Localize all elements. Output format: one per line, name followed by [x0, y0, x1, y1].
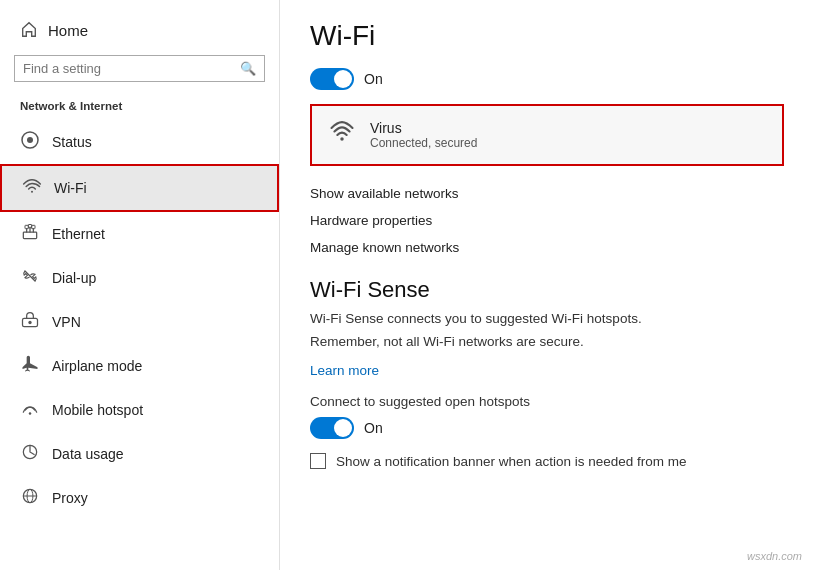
- hotspot-toggle-row: On: [310, 417, 784, 439]
- vpn-icon: [20, 310, 40, 334]
- svg-point-13: [340, 137, 344, 141]
- sidebar-item-status[interactable]: Status: [0, 120, 279, 164]
- search-box[interactable]: 🔍: [14, 55, 265, 82]
- wifi-sense-title: Wi-Fi Sense: [310, 277, 784, 303]
- network-info: Virus Connected, secured: [370, 120, 477, 150]
- wifi-icon: [22, 176, 42, 200]
- sidebar-item-label-vpn: VPN: [52, 314, 81, 330]
- wifi-sense-desc2: Remember, not all Wi-Fi networks are sec…: [310, 334, 784, 349]
- sidebar-item-hotspot[interactable]: Mobile hotspot: [0, 388, 279, 432]
- sidebar-item-label-ethernet: Ethernet: [52, 226, 105, 242]
- sidebar-item-vpn[interactable]: VPN: [0, 300, 279, 344]
- svg-rect-3: [23, 232, 36, 239]
- hardware-properties-link[interactable]: Hardware properties: [310, 207, 784, 234]
- wifi-toggle[interactable]: [310, 68, 354, 90]
- sidebar-item-wifi[interactable]: Wi-Fi: [0, 164, 279, 212]
- sidebar: Home 🔍 Network & Internet Status Wi-Fi: [0, 0, 280, 570]
- status-icon: [20, 130, 40, 154]
- proxy-icon: [20, 486, 40, 510]
- sidebar-item-label-hotspot: Mobile hotspot: [52, 402, 143, 418]
- sidebar-item-label-wifi: Wi-Fi: [54, 180, 87, 196]
- datausage-icon: [20, 442, 40, 466]
- wifi-sense-desc1: Wi-Fi Sense connects you to suggested Wi…: [310, 311, 784, 326]
- search-icon: 🔍: [240, 61, 256, 76]
- svg-rect-4: [25, 225, 28, 228]
- sidebar-item-airplane[interactable]: Airplane mode: [0, 344, 279, 388]
- network-wifi-icon: [328, 118, 356, 152]
- sidebar-item-dialup[interactable]: Dial-up: [0, 256, 279, 300]
- watermark: wsxdn.com: [747, 550, 802, 562]
- sidebar-item-ethernet[interactable]: Ethernet: [0, 212, 279, 256]
- sidebar-home-item[interactable]: Home: [0, 10, 279, 55]
- svg-point-1: [27, 137, 33, 143]
- learn-more-link[interactable]: Learn more: [310, 357, 784, 384]
- sidebar-item-proxy[interactable]: Proxy: [0, 476, 279, 520]
- sidebar-section-label: Network & Internet: [0, 96, 279, 120]
- svg-point-8: [28, 321, 31, 324]
- dialup-icon: [20, 266, 40, 290]
- search-input[interactable]: [23, 61, 240, 76]
- notification-checkbox[interactable]: [310, 453, 326, 469]
- sidebar-item-label-status: Status: [52, 134, 92, 150]
- airplane-icon: [20, 354, 40, 378]
- sidebar-item-label-datausage: Data usage: [52, 446, 124, 462]
- notification-checkbox-label: Show a notification banner when action i…: [336, 454, 686, 469]
- home-icon: [20, 20, 38, 41]
- home-label: Home: [48, 22, 88, 39]
- ethernet-icon: [20, 222, 40, 246]
- hotspot-icon: [20, 398, 40, 422]
- manage-known-networks-link[interactable]: Manage known networks: [310, 234, 784, 261]
- sidebar-item-label-proxy: Proxy: [52, 490, 88, 506]
- svg-point-9: [29, 412, 32, 415]
- hotspot-connect-label: Connect to suggested open hotspots: [310, 394, 784, 409]
- page-title: Wi-Fi: [310, 20, 784, 52]
- notification-checkbox-row: Show a notification banner when action i…: [310, 453, 784, 469]
- network-status: Connected, secured: [370, 136, 477, 150]
- hotspot-toggle[interactable]: [310, 417, 354, 439]
- svg-point-2: [31, 191, 33, 193]
- wifi-toggle-label: On: [364, 71, 383, 87]
- sidebar-item-datausage[interactable]: Data usage: [0, 432, 279, 476]
- sidebar-item-label-airplane: Airplane mode: [52, 358, 142, 374]
- network-card-virus[interactable]: Virus Connected, secured: [310, 104, 784, 166]
- svg-rect-6: [32, 225, 35, 228]
- main-content: Wi-Fi On Virus Connected, secured Show a…: [280, 0, 814, 570]
- wifi-toggle-row: On: [310, 68, 784, 90]
- network-name: Virus: [370, 120, 477, 136]
- hotspot-toggle-label: On: [364, 420, 383, 436]
- show-available-networks-link[interactable]: Show available networks: [310, 180, 784, 207]
- sidebar-item-label-dialup: Dial-up: [52, 270, 96, 286]
